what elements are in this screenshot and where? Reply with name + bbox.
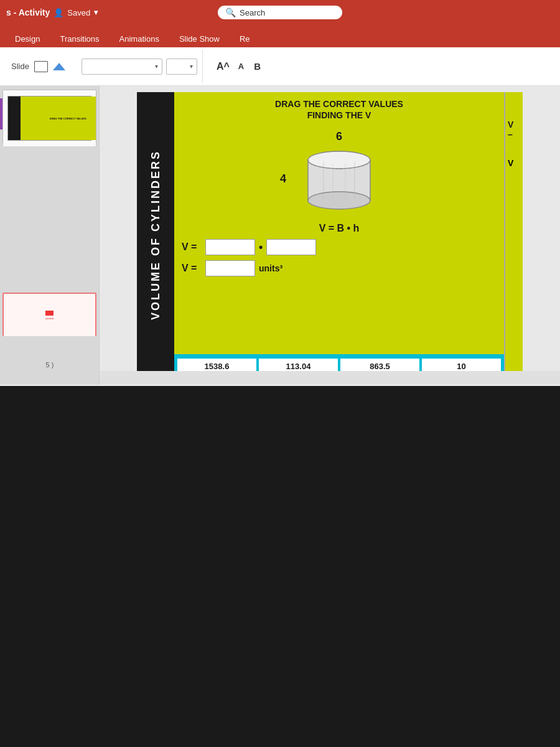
- title-bar: s - Activity 👤 Saved ▾ 🔍 Search: [0, 0, 560, 25]
- formula-text: V = B • h: [319, 223, 360, 233]
- ribbon-tabs: Design Transitions Animations Slide Show…: [0, 25, 560, 47]
- cylinder-svg: [296, 144, 383, 213]
- input-row-2: V = units³: [182, 260, 497, 276]
- dark-area: [0, 386, 560, 747]
- dimension-top: 6: [336, 130, 342, 143]
- font-dropdown-arrow[interactable]: ▾: [155, 63, 158, 70]
- slide-panel: DRAG THE CORRECT VALUES content 5 ): [0, 86, 100, 385]
- heading-line2: FINDING THE V: [307, 110, 371, 120]
- cylinder-wrapper: 6 4: [296, 130, 383, 213]
- multiply-dot-1: •: [259, 241, 263, 254]
- powerpoint-window: s - Activity 👤 Saved ▾ 🔍 Search Design T…: [0, 0, 560, 386]
- units-label: units³: [259, 263, 282, 273]
- slide-section: Slide: [6, 59, 70, 75]
- partial-v-label-2: V: [508, 158, 520, 168]
- banner-text: VOLUME OF CYLINDERS: [149, 150, 162, 320]
- tab-review[interactable]: Re: [231, 31, 259, 47]
- slide-view-area: VOLUME OF CYLINDERS DRAG THE CORRECT VAL…: [100, 86, 560, 385]
- tab-slideshow[interactable]: Slide Show: [170, 31, 228, 47]
- app-title: s - Activity: [6, 7, 50, 17]
- title-text: s - Activity 👤 Saved ▾: [6, 7, 98, 17]
- partial-v-label: V –: [508, 120, 520, 139]
- main-content-area: DRAG THE CORRECT VALUES content 5 ): [0, 86, 560, 385]
- slide-content: DRAG THE CORRECT VALUES FINDING THE V 6 …: [174, 92, 504, 378]
- slide-thumbnail-2[interactable]: content: [2, 293, 96, 336]
- input-row1-label: V =: [182, 242, 202, 253]
- thumbnail-content-2: content: [4, 294, 95, 336]
- tab-design[interactable]: Design: [6, 31, 49, 47]
- bottom-slide-number: 5 ): [0, 361, 100, 369]
- decrease-font-button[interactable]: A: [236, 60, 246, 72]
- ribbon-toolbar: Slide ▾ ▾ A^ A B: [0, 47, 560, 86]
- bold-button[interactable]: B: [250, 60, 264, 73]
- slide-right-partial: V – V: [504, 92, 523, 378]
- heading-line1: DRAG THE CORRECT VALUES: [275, 99, 403, 109]
- tab-transitions[interactable]: Transitions: [51, 31, 108, 47]
- search-bar[interactable]: 🔍 Search: [218, 6, 342, 19]
- font-size-dropdown[interactable]: ▾: [166, 59, 197, 75]
- slide-number-bar: [100, 371, 560, 385]
- cylinder-container: 4: [296, 144, 383, 213]
- increase-font-button[interactable]: A^: [214, 60, 232, 73]
- search-icon: 🔍: [225, 7, 236, 17]
- svg-point-3: [308, 192, 370, 209]
- tab-animations[interactable]: Animations: [111, 31, 168, 47]
- input-box-2[interactable]: [205, 260, 255, 276]
- cylinder-illustration: 6 4: [182, 125, 497, 218]
- person-icon: 👤: [54, 8, 63, 17]
- slide-heading: DRAG THE CORRECT VALUES FINDING THE V: [182, 98, 497, 121]
- formula-section: V = B • h: [182, 223, 497, 234]
- vertical-banner: VOLUME OF CYLINDERS: [137, 92, 174, 378]
- text-format-section: A^ A B: [209, 50, 269, 83]
- font-dropdown[interactable]: ▾: [82, 59, 162, 75]
- search-input-label[interactable]: Search: [240, 8, 265, 17]
- dropdown-icon[interactable]: ▾: [94, 8, 98, 17]
- font-section: ▾ ▾: [77, 50, 203, 83]
- thumbnail-content-1: DRAG THE CORRECT VALUES: [3, 90, 96, 146]
- saved-label: Saved: [67, 8, 90, 17]
- triangle-icon[interactable]: [53, 63, 65, 70]
- font-size-arrow[interactable]: ▾: [190, 63, 193, 70]
- slide-canvas: VOLUME OF CYLINDERS DRAG THE CORRECT VAL…: [137, 92, 523, 378]
- thumb-slide-1: DRAG THE CORRECT VALUES: [7, 96, 91, 141]
- slide-label: Slide: [11, 62, 29, 71]
- dimension-side: 4: [280, 172, 286, 185]
- input-box-1b[interactable]: [266, 239, 316, 255]
- slide-thumbnail-1[interactable]: DRAG THE CORRECT VALUES: [2, 90, 96, 146]
- input-row2-label: V =: [182, 263, 202, 274]
- layout-icon[interactable]: [34, 61, 48, 72]
- input-row-1: V = •: [182, 239, 497, 255]
- input-box-1a[interactable]: [205, 239, 255, 255]
- slide-num-display: 5 ): [46, 361, 54, 369]
